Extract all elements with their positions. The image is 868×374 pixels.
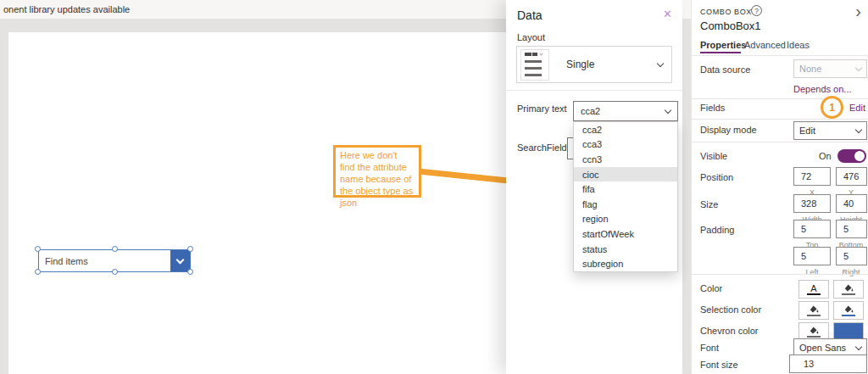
color-label: Color [700,283,722,293]
display-mode-dropdown[interactable]: Edit [793,121,867,140]
paint-bucket-icon [809,304,820,314]
resize-handle-top-left[interactable] [35,246,41,252]
selection-fill-color-button[interactable] [833,301,864,320]
dropdown-option[interactable]: status [574,242,677,257]
padding-left-input[interactable] [793,247,831,265]
divider [692,274,868,275]
visible-label: Visible [700,151,727,161]
dropdown-option[interactable]: subregion [574,256,677,271]
resize-handle-bottom-right[interactable] [187,269,193,275]
dropdown-option[interactable]: region [574,212,677,227]
data-source-label: Data source [700,64,750,75]
depends-on-link[interactable]: Depends on... [793,84,852,94]
size-label: Size [700,199,718,209]
resize-handle-bottom-left[interactable] [35,269,41,275]
visible-state-label: On [819,151,832,161]
tab-advanced[interactable]: Advanced [744,40,786,50]
paint-bucket-icon [843,304,854,314]
padding-left-caption: Left [793,268,831,276]
primary-text-options-list: cca2 cca3 ccn3 cioc fifa flag region sta… [573,121,678,272]
search-field-label: SearchField [517,142,567,153]
padding-label: Padding [700,225,734,235]
layout-label: Layout [517,32,545,42]
dropdown-option[interactable]: fifa [574,181,677,197]
selection-text-color-button[interactable] [798,301,829,320]
dropdown-option[interactable]: cca2 [574,122,677,137]
app-window: onent library updates available Find ite… [0,0,868,374]
dropdown-option[interactable]: ccn3 [574,152,677,167]
chevron-down-icon [657,59,664,66]
control-type-label: COMBO BOX [700,8,752,16]
chevron-down-icon [855,126,862,132]
divider [692,55,868,56]
primary-text-label: Primary text [517,103,567,114]
padding-bottom-input[interactable] [836,220,867,238]
control-name: ComboBox1 [700,20,761,32]
position-y-input[interactable] [836,167,867,186]
resize-handle-top-middle[interactable] [112,246,118,252]
font-size-label: Font size [700,360,738,370]
text-color-icon: A [810,284,816,293]
layout-preview-icon [520,49,549,81]
tab-properties[interactable]: Properties [700,40,746,50]
padding-right-input[interactable] [836,247,867,265]
paint-bucket-icon [809,326,820,335]
chevron-down-icon [855,64,862,70]
divider [692,142,868,142]
divider [506,90,682,91]
padding-right-caption: Right [832,268,868,276]
data-panel-title: Data [517,8,542,22]
selection-color-label: Selection color [700,304,761,315]
combobox-placeholder: Find items [39,256,170,266]
chevron-down-icon [855,343,862,349]
annotation-note: Here we don't find the attribute name be… [333,145,421,198]
fill-color-button[interactable] [833,280,864,299]
layout-dropdown[interactable]: Single [516,46,672,83]
close-icon[interactable]: ✕ [663,8,672,20]
font-label: Font [700,343,719,353]
divider [692,98,868,99]
fields-label: Fields [700,103,725,113]
resize-handle-bottom-middle[interactable] [112,269,118,275]
chevron-right-icon[interactable]: › [855,2,861,21]
layout-value: Single [566,59,594,70]
data-flyout-panel: Data ✕ Layout Single Primary text cca2 S… [506,0,682,374]
paint-bucket-icon [843,283,854,293]
display-mode-label: Display mode [700,125,757,135]
size-height-input[interactable] [836,194,867,213]
visible-toggle[interactable] [837,149,866,163]
size-width-input[interactable] [793,194,831,213]
padding-top-input[interactable] [793,220,831,238]
resize-handle-top-right[interactable] [187,246,193,252]
font-size-input[interactable] [789,354,867,373]
fields-count-badge: 1 [821,96,843,119]
dropdown-option[interactable]: startOfWeek [574,226,677,242]
properties-panel: COMBO BOX ? › ComboBox1 Properties Advan… [691,0,868,374]
primary-text-value: cca2 [581,106,600,116]
fields-edit-link[interactable]: Edit [849,103,865,113]
dropdown-option[interactable]: cca3 [574,137,677,153]
chevron-color-label: Chevron color [700,326,758,336]
dropdown-option-highlighted[interactable]: cioc [574,167,677,182]
toggle-knob [854,151,865,161]
position-x-input[interactable] [793,167,831,186]
divider [692,119,868,120]
chevron-down-icon [176,255,185,264]
notification-text: onent library updates available [3,4,130,14]
tab-ideas[interactable]: Ideas [787,40,810,50]
help-icon[interactable]: ? [751,5,762,16]
primary-text-dropdown[interactable]: cca2 [573,101,678,121]
dropdown-option[interactable]: flag [574,197,677,212]
chevron-down-icon [665,106,671,113]
position-label: Position [700,172,733,182]
combobox-control[interactable]: Find items [38,249,191,272]
active-tab-indicator [700,52,741,53]
data-source-dropdown[interactable]: None [793,59,867,78]
text-color-button[interactable]: A [798,280,829,299]
combobox-chevron-button[interactable] [170,250,190,271]
